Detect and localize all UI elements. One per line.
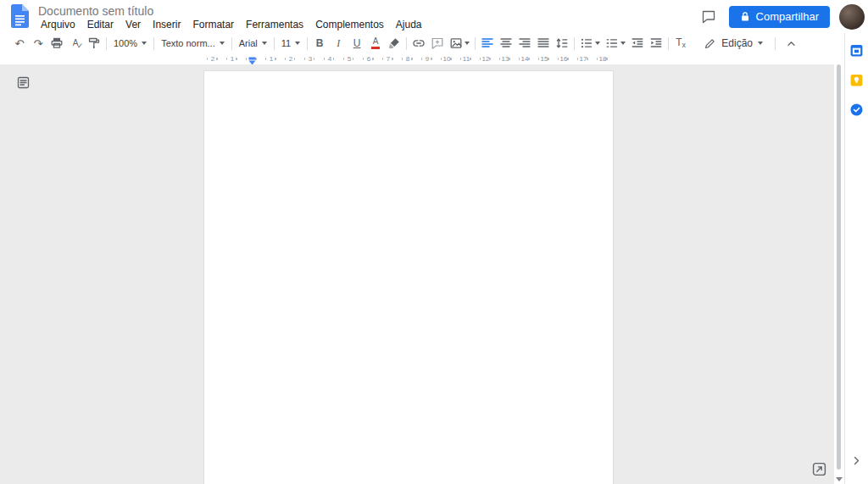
chevron-down-icon [220,42,225,45]
clear-formatting-icon: Tx [676,37,686,49]
line-spacing-icon [555,36,569,50]
bold-button[interactable]: B [310,34,329,53]
menu-editar[interactable]: Editar [81,18,120,31]
separator [574,37,575,50]
chevron-down-icon [758,42,763,45]
separator [775,37,776,50]
ruler-number: 2 [211,53,214,64]
keep-button[interactable] [849,72,865,87]
ruler-number: 5 [348,53,351,64]
document-outline-icon [17,76,30,89]
align-left-icon [481,36,494,50]
hide-side-panel-button[interactable] [845,456,868,465]
paint-format-button[interactable] [85,34,103,53]
menu-complementos[interactable]: Complementos [309,18,390,31]
menu-arquivo[interactable]: Arquivo [35,18,81,31]
scrollbar [834,64,844,484]
undo-button[interactable]: ↶ [10,34,29,53]
document-page[interactable] [203,70,614,484]
increase-indent-button[interactable] [647,34,665,53]
ruler-number: 11 [463,53,470,64]
separator [106,37,107,50]
link-icon [412,36,426,50]
font-size-dropdown[interactable]: 11 [277,34,304,53]
hide-menus-button[interactable] [782,34,800,53]
menu-formatar[interactable]: Formatar [186,18,240,31]
ruler-number: 10 [443,53,451,64]
pencil-icon [704,37,716,50]
chevron-down-icon [262,42,267,45]
bulleted-list-button[interactable] [577,34,603,53]
font-value: Arial [239,38,258,48]
numbered-list-icon [605,36,619,50]
calendar-button[interactable] [849,42,865,58]
zoom-dropdown[interactable]: 100% [109,34,151,53]
ruler-number: 8 [406,53,409,64]
menu-ver[interactable]: Ver [120,18,147,31]
insert-link-button[interactable] [409,34,428,53]
align-right-button[interactable] [515,34,534,53]
decrease-indent-button[interactable] [628,34,647,53]
paint-roller-icon [87,36,101,50]
toolbar-right: Edição [698,33,800,53]
side-panel-icons [845,33,868,117]
tasks-button[interactable] [849,102,865,117]
ruler-number: 12 [482,53,490,64]
ruler-number: 1 [231,53,234,64]
comment-icon [701,9,716,25]
align-center-button[interactable] [497,34,515,53]
numbered-list-button[interactable] [603,34,628,53]
document-canvas [0,64,834,484]
ruler-number: 2 [289,53,292,64]
scrollbar-down-arrow[interactable] [836,477,843,481]
share-button[interactable]: Compartilhar [729,6,830,28]
separator [153,37,154,50]
ruler-number: 13 [502,53,509,64]
user-avatar[interactable] [839,4,865,30]
clear-formatting-button[interactable]: Tx [671,34,690,53]
menu-bar: Arquivo Editar Ver Inserir Formatar Ferr… [35,18,428,31]
lock-icon [740,11,750,22]
separator [307,37,308,50]
redo-button[interactable]: ↷ [29,34,47,53]
separator [231,37,232,50]
chevron-down-icon [465,42,470,45]
zoom-value: 100% [114,38,137,48]
scrollbar-thumb[interactable] [837,64,841,470]
menu-inserir[interactable]: Inserir [147,18,186,31]
bulleted-list-icon [580,36,593,50]
spellcheck-button[interactable]: A✓ [66,34,85,53]
add-comment-button[interactable] [428,34,447,53]
italic-button[interactable]: I [329,34,348,53]
underline-button[interactable]: U [348,34,366,53]
font-dropdown[interactable]: Arial [235,34,271,53]
ruler-number: 6 [367,53,370,64]
align-left-button[interactable] [478,34,497,53]
tasks-icon [849,103,864,117]
underline-icon: U [353,38,361,48]
image-icon [449,36,463,50]
explore-button[interactable] [811,461,827,477]
ruler-number: 17 [580,53,587,64]
docs-logo-icon[interactable] [11,4,29,28]
horizontal-ruler: 21123456789101112131415161718 [0,53,834,64]
show-outline-button[interactable] [15,75,31,90]
ruler-number: 14 [521,53,529,64]
align-justify-button[interactable] [534,34,553,53]
line-spacing-button[interactable] [553,34,571,53]
menu-ferramentas[interactable]: Ferramentas [240,18,309,31]
ruler-number: 18 [599,53,607,64]
undo-icon: ↶ [15,38,25,49]
open-comments-button[interactable] [698,6,720,28]
print-button[interactable] [47,34,66,53]
text-color-button[interactable]: A [366,34,385,53]
text-color-icon: A [371,37,380,49]
editing-mode-dropdown[interactable]: Edição [698,34,769,53]
highlight-color-button[interactable] [385,34,403,53]
styles-dropdown[interactable]: Texto norm... [157,34,229,53]
spellcheck-icon: A✓ [73,39,79,47]
separator [668,37,669,50]
document-title[interactable]: Documento sem título [38,4,153,18]
insert-image-button[interactable] [447,34,472,53]
menu-ajuda[interactable]: Ajuda [390,18,428,31]
